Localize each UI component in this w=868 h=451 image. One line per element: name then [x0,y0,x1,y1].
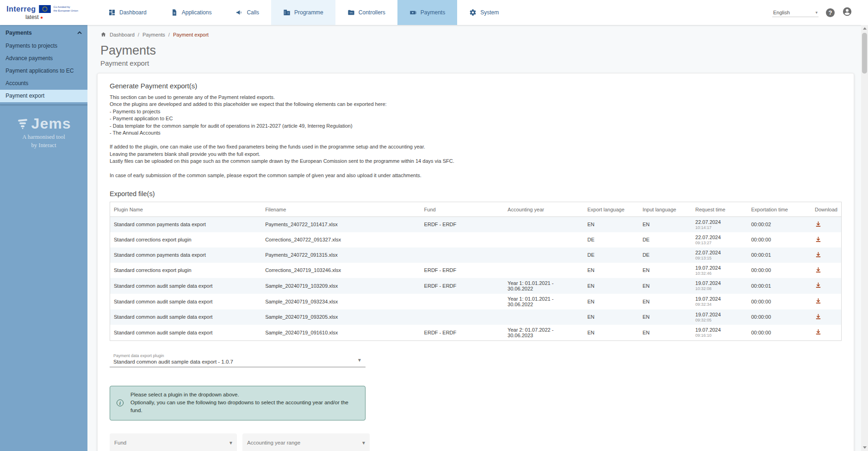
scroll-down-arrow[interactable] [861,444,868,451]
jems-tagline: A harmonised tool by Interact [0,133,87,149]
account-icon[interactable] [842,6,852,19]
download-icon[interactable] [815,282,822,290]
cell-request-time: 19.07.202410:32:08 [692,278,748,294]
fund-select[interactable]: Fund ▼ [110,433,237,451]
cell-request-time: 19.07.202409:16:10 [692,325,748,341]
vertical-scrollbar[interactable] [861,25,868,451]
nav-label: System [480,9,499,16]
sidebar-section-payments[interactable]: Payments [0,25,87,40]
cell-accounting-year: Year 2: 01.07.2022 - 30.06.2023 [504,325,583,341]
table-row: Standard common payments data export Pay… [110,247,842,263]
nav-item-controllers[interactable]: Controllers [335,0,397,25]
plugin-select-value: Standard common audit sample data export… [113,359,356,365]
interreg-logo: Interreg Co-funded by the European Union… [0,0,96,25]
jems-logo: Jems A harmonised tool by Interact [0,115,87,149]
col-plugin-name: Plugin Name [110,202,262,216]
cell-plugin-name: Standard common audit sample data export [110,278,262,294]
download-icon[interactable] [815,251,822,259]
sidebar-item-advance-payments[interactable]: Advance payments [0,52,87,65]
table-row: Standard common audit sample data export… [110,278,842,294]
sidebar-item-payments-to-projects[interactable]: Payments to projects [0,40,87,52]
ui-language-select[interactable]: English ▾ [772,8,818,17]
col-accounting-year: Accounting year [504,202,583,216]
cell-accounting-year [504,309,583,325]
cell-export-language: EN [583,263,639,278]
megaphone-icon [236,9,243,16]
sidebar-item-payment-export[interactable]: Payment export [0,90,87,102]
cell-exportation-time: 00:00:00 [747,309,811,325]
download-icon[interactable] [815,313,822,321]
top-bar: Interreg Co-funded by the European Union… [0,0,868,25]
cell-fund [421,309,504,325]
exported-files-heading: Exported file(s) [110,190,842,198]
cell-request-time: 19.07.202409:32:05 [692,309,748,325]
payment-export-card: Generate Payment export(s) This section … [97,73,854,451]
cell-accounting-year [504,232,583,247]
scroll-up-arrow[interactable] [861,25,868,32]
exported-files-table: Plugin Name Filename Fund Accounting yea… [110,202,842,341]
nav-item-applications[interactable]: Applications [159,0,224,25]
download-icon[interactable] [815,266,822,274]
table-row: Standard common payments data export Pay… [110,216,842,232]
table-row: Standard corrections export plugin Corre… [110,263,842,278]
table-row: Standard common audit sample data export… [110,294,842,309]
folder-icon [347,9,355,16]
cell-download [811,232,841,247]
cell-accounting-year: Year 1: 01.01.2021 - 30.06.2022 [504,278,583,294]
help-icon[interactable]: ? [826,8,835,17]
cell-fund [421,247,504,263]
cofunded-label: Co-funded by the European Union [54,6,78,12]
nav-item-calls[interactable]: Calls [223,0,271,25]
nav-item-programme[interactable]: Programme [271,0,335,25]
download-icon[interactable] [815,236,822,244]
cell-export-language: EN [583,216,639,232]
cell-filename: Payments_240722_091315.xlsx [261,247,420,263]
cell-filename: Payments_240722_101417.xlsx [261,216,420,232]
cell-exportation-time: 00:00:01 [747,247,811,263]
jems-wordmark: Jems [31,115,71,132]
accounting-year-select[interactable]: Accounting year range ▼ [242,433,370,451]
cell-exportation-time: 00:00:00 [747,263,811,278]
cell-plugin-name: Standard corrections export plugin [110,263,262,278]
version-dot: ● [40,15,43,20]
home-icon[interactable] [100,31,106,37]
generate-section-heading: Generate Payment export(s) [110,82,842,90]
info-line-2: Optionally, you can use the following tw… [130,399,359,415]
plugin-select-label: Payment data export plugin [113,353,356,358]
cell-export-language: EN [583,325,639,341]
nav-item-payments[interactable]: Payments [397,0,457,25]
breadcrumb-payments[interactable]: Payments [143,32,165,37]
main-nav: Dashboard Applications Calls Programme C… [96,0,511,25]
nav-item-system[interactable]: System [457,0,511,25]
cell-plugin-name: Standard common audit sample data export [110,325,262,341]
breadcrumb-dashboard[interactable]: Dashboard [110,32,135,37]
cell-plugin-name: Standard common payments data export [110,216,262,232]
chevron-down-icon: ▼ [357,358,362,363]
nav-label: Applications [182,9,212,16]
download-icon[interactable] [815,221,822,229]
breadcrumb-separator: / [168,32,170,37]
nav-item-dashboard[interactable]: Dashboard [96,0,159,25]
scrollbar-thumb[interactable] [862,33,867,74]
cell-fund: ERDF - ERDF [421,278,504,294]
cell-accounting-year [504,216,583,232]
sidebar-item-accounts[interactable]: Accounts [0,77,87,90]
cell-exportation-time: 00:00:00 [747,294,811,309]
col-input-language: Input language [639,202,692,216]
cell-input-language: EN [639,278,692,294]
cell-export-language: EN [583,278,639,294]
cell-request-time: 22.07.202409:13:27 [692,232,748,247]
info-box: i Please select a plugin in the dropdown… [110,386,366,420]
plugin-select[interactable]: Payment data export plugin Standard comm… [110,352,366,367]
ui-language-value: English [773,10,790,15]
cell-request-time: 19.07.202409:32:34 [692,294,748,309]
cell-export-language: EN [583,309,639,325]
sidebar-item-payment-applications-to-ec[interactable]: Payment applications to EC [0,65,87,77]
sidebar-section-label: Payments [6,30,32,36]
payments-icon [409,9,417,16]
download-icon[interactable] [815,328,822,336]
cell-exportation-time: 00:00:02 [747,216,811,232]
building-icon [283,9,291,16]
cell-filename: Corrections_240722_091327.xlsx [261,232,420,247]
download-icon[interactable] [815,297,822,305]
